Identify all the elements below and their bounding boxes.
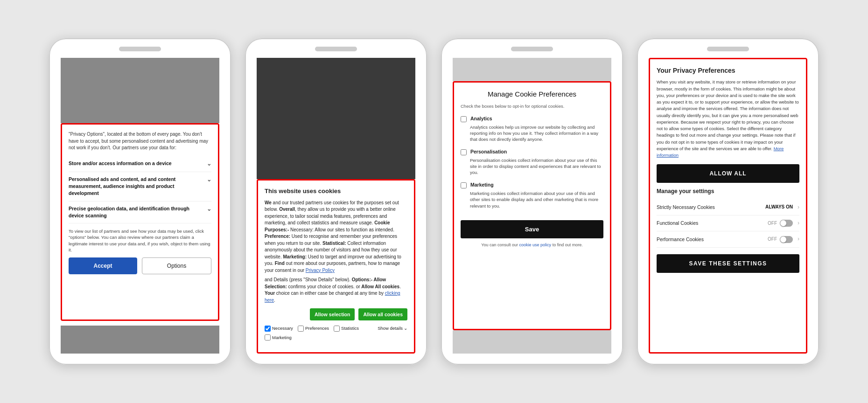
phone4-functional-row[interactable]: Functional Cookies OFF › (657, 215, 799, 231)
phone4-content: Your Privacy Preferences When you visit … (657, 66, 799, 273)
phone4-performance-row[interactable]: Performance Cookies OFF › (657, 231, 799, 247)
phone1-content: "Privacy Options", located at the bottom… (69, 131, 211, 274)
consult-text: You can consult our (481, 243, 518, 247)
phone-2: This website uses cookies We and our tru… (245, 38, 427, 365)
phone3-analytics-option: Analytics Analytics cookies help us impr… (461, 115, 603, 143)
phone2-show-details[interactable]: Show details ⌄ (378, 325, 407, 332)
phone2-checkboxes: Necessary Preferences Statistics Show de… (265, 325, 407, 341)
performance-off-label: OFF (768, 236, 777, 243)
accept-button[interactable]: Accept (69, 257, 137, 274)
phone-notch-4 (707, 47, 749, 51)
phone2-cookie-dialog: This website uses cookies We and our tru… (257, 179, 415, 354)
allow-all-cookies-button[interactable]: Allow all cookies (358, 308, 407, 320)
phone2-body2: and Details (press "Show Details" below)… (265, 277, 407, 304)
phone3-save-button[interactable]: Save (461, 220, 603, 238)
phone1-option1-row: Store and/or access information on a dev… (69, 156, 211, 172)
phone1-buttons: Accept Options (69, 257, 211, 274)
options-button[interactable]: Options (142, 257, 211, 274)
phone1-intro-text: "Privacy Options", located at the bottom… (69, 131, 211, 152)
personalisation-checkbox[interactable] (461, 149, 467, 155)
always-on-badge: ALWAYS ON (765, 204, 793, 211)
statistics-checkbox[interactable] (334, 326, 340, 332)
phone2-body1-we: We and our trusted partners use cookies … (265, 200, 401, 273)
phone1-option3-row: Precise geolocation data, and identifica… (69, 202, 211, 223)
show-details-label: Show details (378, 325, 403, 332)
functional-cookies-value: OFF › (768, 219, 799, 227)
personalisation-desc: Personalisation cookies collect informat… (461, 157, 603, 176)
phone1-option2-row: Personalised ads and content, ad and con… (69, 172, 211, 202)
phone3-content: Manage Cookie Preferences Check the boxe… (461, 89, 603, 248)
phone2-check-preferences[interactable]: Preferences (298, 325, 329, 332)
phone3-analytics-header: Analytics (461, 115, 603, 122)
marketing3-label: Marketing (470, 181, 494, 188)
phone2-check-marketing[interactable]: Marketing (265, 334, 292, 341)
show-details-chevron: ⌄ (404, 325, 407, 332)
personalisation-label: Personalisation (470, 148, 507, 155)
phone1-option1-text: Store and/or access information on a dev… (69, 160, 204, 167)
analytics-desc: Analytics cookies help us improve our we… (461, 124, 603, 143)
strictly-necessary-value: ALWAYS ON › (765, 203, 799, 211)
cookie-policy-link[interactable]: cookie use policy (519, 243, 552, 247)
phone3-title: Manage Cookie Preferences (461, 89, 603, 99)
phone1-option1-chevron: ⌄ (207, 160, 211, 168)
phone2-dark-top (257, 58, 415, 179)
phone1-option2-chevron: ⌄ (207, 176, 211, 184)
performance-chevron: › (798, 235, 799, 243)
phone3-consult: You can consult our cookie use policy to… (461, 242, 603, 248)
phone3-gray-top (453, 58, 611, 81)
marketing3-desc: Marketing cookies collect information ab… (461, 190, 603, 209)
phone2-title: This website uses cookies (265, 187, 407, 196)
phone3-personalisation-option: Personalisation Personalisation cookies … (461, 148, 603, 176)
phone-notch-1 (119, 47, 161, 51)
preferences-checkbox[interactable] (298, 326, 304, 332)
phone4-privacy-dialog: Your Privacy Preferences When you visit … (649, 58, 807, 354)
cookie-policy-text: cookie use policy (519, 243, 552, 247)
marketing-label: Marketing (272, 334, 292, 341)
performance-cookies-value: OFF › (768, 235, 799, 243)
phone1-gray-top (61, 58, 219, 123)
statistics-label: Statistics (341, 325, 359, 332)
preferences-label: Preferences (305, 325, 329, 332)
phone3-gray-bottom (453, 330, 611, 354)
phone1-option3-chevron: ⌄ (207, 205, 211, 213)
save-settings-button[interactable]: SAVE THESE SETTINGS (657, 254, 799, 273)
phone4-strictly-necessary-row: Strictly Necessary Cookies ALWAYS ON › (657, 200, 799, 215)
phone2-clicking-link[interactable]: clicking here (265, 291, 400, 303)
marketing-checkbox[interactable] (265, 334, 271, 340)
phone1-gray-bottom (61, 326, 219, 354)
phone2-check-necessary[interactable]: Necessary (265, 325, 293, 332)
necessary-label: Necessary (272, 325, 293, 332)
phone1-cookie-dialog: "Privacy Options", located at the bottom… (61, 123, 219, 321)
necessary-checkbox[interactable] (265, 326, 271, 332)
phone-screen-3: Manage Cookie Preferences Check the boxe… (453, 58, 611, 354)
phone3-cookie-pref-dialog: Manage Cookie Preferences Check the boxe… (453, 81, 611, 330)
phone4-allow-all-button[interactable]: ALLOW ALL (657, 164, 799, 183)
marketing3-checkbox[interactable] (461, 182, 467, 188)
phone-screen-4: Your Privacy Preferences When you visit … (649, 58, 807, 354)
phone4-body-span: When you visit any website, it may store… (657, 79, 799, 151)
phone3-personalisation-header: Personalisation (461, 148, 603, 155)
consult-text2: to find out more. (553, 243, 583, 247)
phone-screen-2: This website uses cookies We and our tru… (257, 58, 415, 354)
phone1-option3-text: Precise geolocation data, and identifica… (69, 205, 204, 219)
phone2-body1: We and our trusted partners use cookies … (265, 200, 407, 274)
phone-screen-1: "Privacy Options", located at the bottom… (61, 58, 219, 354)
phone4-body-text: When you visit any website, it may store… (657, 79, 799, 159)
functional-off-label: OFF (768, 220, 777, 227)
phone4-title: Your Privacy Preferences (657, 66, 799, 75)
phone1-option2-text: Personalised ads and content, ad and con… (69, 176, 204, 197)
analytics-checkbox[interactable] (461, 116, 467, 122)
functional-toggle[interactable] (780, 220, 793, 227)
phone2-privacy-link[interactable]: Privacy Policy (306, 268, 335, 273)
phone-3: Manage Cookie Preferences Check the boxe… (441, 38, 623, 365)
functional-cookies-label: Functional Cookies (657, 220, 768, 227)
strictly-necessary-label: Strictly Necessary Cookies (657, 204, 765, 211)
performance-toggle[interactable] (780, 236, 793, 243)
phone2-button-row: Allow selection Allow all cookies (265, 308, 407, 320)
phone-notch-3 (511, 47, 553, 51)
allow-selection-button[interactable]: Allow selection (310, 308, 355, 320)
phone3-subtitle: Check the boxes below to opt-in for opti… (461, 103, 603, 110)
phone1-footer-text: To view our list of partners and see how… (69, 228, 211, 253)
phone2-check-statistics[interactable]: Statistics (334, 325, 359, 332)
analytics-label: Analytics (470, 115, 492, 122)
